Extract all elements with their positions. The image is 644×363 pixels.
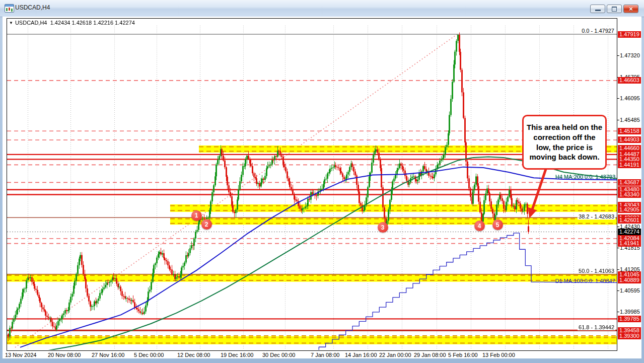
price-tick-mark: [617, 55, 619, 56]
quote-low: 1.42216: [93, 20, 113, 26]
time-axis-label: 5 Dec 00:00: [134, 352, 164, 358]
minimize-button[interactable]: [590, 5, 605, 13]
quote-bar: ▼USDCAD,H4 1.42434 1.42618 1.42216 1.422…: [9, 20, 135, 26]
window-titlebar[interactable]: USDCAD,H4 ×: [0, 0, 644, 17]
numbered-marker: 5: [492, 220, 503, 230]
time-axis-label: 20 Nov 08:00: [48, 352, 81, 358]
time-axis-label: 13 Feb 00:00: [482, 352, 515, 358]
restore-button[interactable]: [607, 5, 622, 13]
level-price-badge: 1.42601: [618, 217, 641, 224]
time-axis-label: 29 Jan 08:00: [414, 352, 446, 358]
time-axis-label: 7 Jan 08:00: [311, 352, 340, 358]
time-axis-label: 13 Nov 2024: [5, 352, 36, 358]
fibonacci-level-label: 38.2 - 1.42683: [578, 213, 615, 220]
level-price-badge: 1.47919: [618, 31, 641, 38]
level-price-badge: 1.42905: [618, 206, 641, 213]
numbered-marker: 1: [191, 210, 202, 221]
time-axis-label: 19 Dec 16:00: [221, 352, 253, 358]
window-title: USDCAD,H4: [15, 4, 50, 11]
level-price-badge: 1.43687: [618, 179, 641, 186]
numbered-marker: 3: [378, 222, 388, 233]
annotation-note: This area held on the correction off the…: [522, 115, 607, 170]
level-price-badge: 1.39300: [618, 333, 641, 339]
numbered-marker: 2: [201, 219, 212, 230]
minimize-icon: [595, 10, 601, 11]
level-price-badge: 1.44903: [618, 136, 641, 143]
level-price-badge: 1.46603: [618, 77, 641, 84]
price-tick-label: 1.46095: [620, 95, 640, 102]
current-price-badge: 1.42274: [618, 229, 641, 235]
time-axis-label: 22 Jan 00:00: [379, 352, 411, 358]
price-tick-mark: [617, 98, 619, 99]
price-tick-mark: [617, 291, 619, 291]
ma-value-label: D1 MA:100:0:0: 1.40847: [555, 278, 615, 284]
level-price-badge: 1.43340: [618, 191, 641, 198]
quote-open: 1.42434: [50, 20, 70, 26]
price-chart-canvas[interactable]: [7, 19, 617, 350]
fibonacci-level-label: 50.0 - 1.41063: [578, 268, 615, 274]
app-chart-icon: [5, 4, 14, 13]
quote-symbol: USDCAD,H4: [15, 20, 47, 26]
restore-icon: [612, 7, 617, 12]
quote-close: 1.42274: [115, 20, 135, 26]
quote-high: 1.42618: [71, 20, 92, 26]
close-button[interactable]: ×: [623, 5, 638, 13]
price-tick-label: 1.47320: [620, 52, 640, 59]
chevron-down-icon[interactable]: ▼: [9, 21, 13, 25]
price-tick-mark: [617, 312, 619, 312]
time-axis-label: 14 Jan 16:00: [345, 352, 377, 358]
time-axis-label: 12 Dec 08:00: [177, 352, 210, 358]
level-price-badge: 1.40889: [618, 277, 641, 283]
price-tick-mark: [617, 269, 619, 270]
ma-value-label: H4 MA:200 0:0: 1.43793: [555, 174, 615, 180]
fibonacci-level-label: 61.8 - 1.39442: [578, 324, 615, 330]
price-tick-label: 1.45485: [620, 117, 640, 123]
price-tick-mark: [617, 227, 619, 227]
price-tick-mark: [617, 248, 619, 248]
level-price-badge: 1.44191: [618, 162, 641, 168]
level-price-badge: 1.41941: [618, 240, 641, 247]
numbered-marker: 4: [474, 221, 485, 231]
time-axis-label: 5 Feb 16:00: [448, 352, 478, 358]
close-icon: ×: [629, 5, 633, 13]
level-price-badge: 1.45158: [618, 128, 641, 134]
time-axis-label: 30 Dec 00:00: [262, 352, 295, 358]
fibonacci-level-label: 0.0 - 1.47927: [581, 28, 615, 34]
price-tick-mark: [617, 120, 619, 120]
time-axis-label: 27 Nov 16:00: [92, 352, 124, 358]
price-tick-label: 1.40595: [620, 287, 640, 294]
level-price-badge: 1.39785: [618, 316, 641, 322]
price-tick-label: 1.39985: [620, 309, 640, 315]
